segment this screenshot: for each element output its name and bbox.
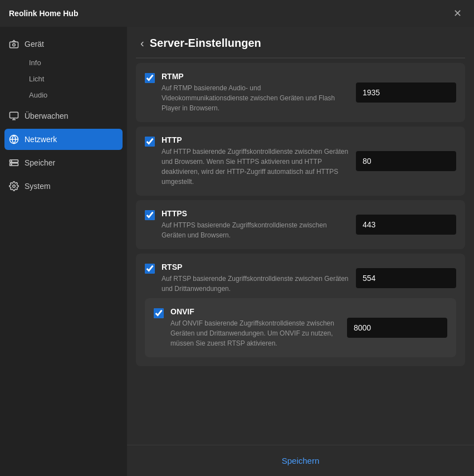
card-row-rtsp: RTSP Auf RTSP basierende Zugriffskontrol…	[145, 263, 456, 294]
rtmp-desc: Auf RTMP basierende Audio- und Videokomm…	[162, 83, 349, 113]
sidebar-sub-items-geraet: Info Licht Audio	[0, 55, 127, 103]
svg-point-6	[11, 161, 12, 162]
https-label: HTTPS	[162, 209, 349, 218]
sidebar-item-audio[interactable]: Audio	[25, 87, 127, 103]
rtmp-port-input[interactable]	[356, 82, 456, 103]
sidebar-item-geraet[interactable]: Gerät	[0, 33, 127, 55]
main-panel: ‹ Server-Einstellungen RTMP Auf RTMP bas…	[127, 27, 474, 476]
sidebar-section-geraet: Gerät Info Licht Audio	[0, 33, 127, 103]
sidebar-item-system[interactable]: System	[0, 176, 127, 197]
gear-icon	[9, 181, 19, 191]
https-input-wrapper	[356, 215, 456, 235]
onvif-text: ONVIF Auf ONVIF basierende Zugriffskontr…	[170, 307, 340, 348]
sidebar-item-ueberwachen[interactable]: Überwachen	[0, 105, 127, 127]
https-port-input[interactable]	[356, 215, 456, 235]
content-area: Gerät Info Licht Audio Ü	[0, 27, 474, 476]
sidebar-item-licht[interactable]: Licht	[25, 71, 127, 87]
sidebar-label-geraet: Gerät	[25, 40, 44, 48]
settings-card-rtsp: RTSP Auf RTSP basierende Zugriffskontrol…	[136, 254, 465, 366]
settings-card-http: HTTP Auf HTTP basierende Zugriffskontrol…	[136, 127, 465, 196]
onvif-desc: Auf ONVIF basierende Zugriffskontrolldie…	[170, 318, 340, 348]
page-title: Server-Einstellungen	[150, 37, 261, 50]
sidebar-section-netzwerk: Netzwerk	[0, 129, 127, 150]
http-checkbox-wrapper	[145, 137, 155, 149]
page-header: ‹ Server-Einstellungen	[127, 27, 474, 57]
rtmp-input-wrapper	[356, 82, 456, 103]
onvif-port-input[interactable]	[347, 318, 447, 338]
monitor-icon	[9, 111, 19, 121]
onvif-checkbox-wrapper	[154, 308, 164, 320]
rtsp-checkbox[interactable]	[145, 264, 155, 274]
sidebar-label-system: System	[25, 182, 51, 191]
svg-point-8	[13, 185, 16, 188]
app-title: Reolink Home Hub	[9, 9, 78, 18]
http-desc: Auf HTTP basierende Zugriffskontrolldien…	[162, 147, 349, 187]
sidebar-label-ueberwachen: Überwachen	[25, 111, 69, 120]
title-bar: Reolink Home Hub ✕	[0, 0, 474, 27]
svg-rect-0	[10, 42, 18, 48]
card-row-rtmp: RTMP Auf RTMP basierende Audio- und Vide…	[145, 72, 456, 113]
http-text: HTTP Auf HTTP basierende Zugriffskontrol…	[162, 135, 349, 187]
sidebar-section-ueberwachen: Überwachen	[0, 105, 127, 127]
https-text: HTTPS Auf HTTPS basierende Zugriffskontr…	[162, 209, 349, 240]
https-desc: Auf HTTPS basierende Zugriffskontrolldie…	[162, 220, 349, 240]
footer-bar: Speichern	[127, 445, 474, 476]
card-row-http: HTTP Auf HTTP basierende Zugriffskontrol…	[145, 135, 456, 187]
sidebar-label-speicher: Speicher	[25, 158, 55, 167]
storage-icon	[9, 158, 19, 168]
https-checkbox[interactable]	[145, 210, 155, 220]
settings-card-onvif: ONVIF Auf ONVIF basierende Zugriffskontr…	[145, 298, 456, 357]
http-label: HTTP	[162, 135, 349, 144]
rtsp-desc: Auf RTSP basierende Zugriffskontrolldien…	[162, 274, 349, 294]
card-row-onvif: ONVIF Auf ONVIF basierende Zugriffskontr…	[154, 307, 447, 348]
sidebar-section-speicher: Speicher	[0, 152, 127, 173]
svg-point-7	[11, 164, 12, 165]
sidebar: Gerät Info Licht Audio Ü	[0, 27, 127, 476]
sidebar-label-netzwerk: Netzwerk	[25, 135, 57, 144]
svg-point-1	[13, 43, 16, 46]
back-button[interactable]: ‹	[140, 37, 144, 50]
save-button[interactable]: Speichern	[268, 451, 333, 470]
rtsp-text: RTSP Auf RTSP basierende Zugriffskontrol…	[162, 263, 349, 294]
settings-card-rtmp: RTMP Auf RTMP basierende Audio- und Vide…	[136, 63, 465, 122]
rtmp-checkbox[interactable]	[145, 73, 155, 83]
card-row-https: HTTPS Auf HTTPS basierende Zugriffskontr…	[145, 209, 456, 240]
http-port-input[interactable]	[356, 151, 456, 171]
rtsp-label: RTSP	[162, 263, 349, 271]
settings-card-https: HTTPS Auf HTTPS basierende Zugriffskontr…	[136, 200, 465, 249]
settings-content: RTMP Auf RTMP basierende Audio- und Vide…	[127, 57, 474, 445]
app-window: Reolink Home Hub ✕ Gerät	[0, 0, 474, 476]
onvif-checkbox[interactable]	[154, 308, 164, 318]
rtmp-text: RTMP Auf RTMP basierende Audio- und Vide…	[162, 72, 349, 113]
sidebar-item-info[interactable]: Info	[25, 55, 127, 71]
onvif-input-wrapper	[347, 318, 447, 338]
onvif-label: ONVIF	[170, 307, 340, 316]
sidebar-section-system: System	[0, 176, 127, 197]
top-divider	[136, 57, 465, 59]
rtmp-label: RTMP	[162, 72, 349, 81]
camera-icon	[9, 39, 19, 49]
rtsp-checkbox-wrapper	[145, 264, 155, 276]
globe-icon	[9, 134, 19, 144]
http-input-wrapper	[356, 151, 456, 171]
https-checkbox-wrapper	[145, 210, 155, 222]
rtsp-input-wrapper	[356, 268, 456, 288]
http-checkbox[interactable]	[145, 137, 155, 147]
sidebar-item-netzwerk[interactable]: Netzwerk	[4, 129, 123, 150]
rtsp-port-input[interactable]	[356, 268, 456, 288]
svg-rect-2	[10, 112, 18, 118]
sidebar-item-speicher[interactable]: Speicher	[0, 152, 127, 173]
rtmp-checkbox-wrapper	[145, 73, 155, 85]
close-button[interactable]: ✕	[449, 6, 465, 21]
